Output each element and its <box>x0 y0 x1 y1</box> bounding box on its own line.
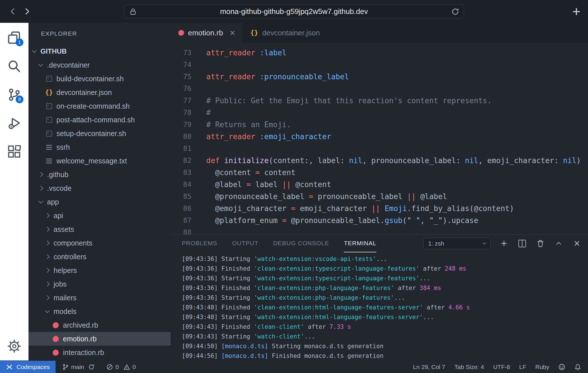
tree-item-post-attach-command-sh[interactable]: post-attach-command.sh <box>28 113 171 127</box>
ruby-file-icon <box>52 349 59 356</box>
tree-item-build-devcontainer-sh[interactable]: build-devcontainer.sh <box>28 72 171 86</box>
terminal-line: [09:43:36] Finished 'clean-extension:php… <box>182 283 588 293</box>
ruby-glyph <box>53 350 59 356</box>
problems-status-button[interactable]: 0 0 <box>103 361 140 373</box>
chevron-right-icon <box>45 282 50 287</box>
tree-item-assets[interactable]: assets <box>28 222 171 236</box>
token <box>255 132 260 141</box>
smiley-icon <box>558 364 565 370</box>
token: @label <box>416 192 447 201</box>
tab-devcontainer-json[interactable]: devcontainer.json <box>243 23 328 43</box>
panel-tab-terminal[interactable]: TERMINAL <box>344 235 376 252</box>
tree-item--devcontainer[interactable]: .devcontainer <box>28 58 171 72</box>
branch-label: main <box>71 364 84 370</box>
tree-item-helpers[interactable]: helpers <box>28 263 171 277</box>
code-line: 87 @platform_enum = @pronounceable_label… <box>171 214 588 226</box>
encoding-label: UTF-8 <box>493 364 510 370</box>
tab-label: devcontainer.json <box>262 29 320 37</box>
tree-item-github[interactable]: GITHUB <box>28 44 171 58</box>
tree-item-on-create-command-sh[interactable]: on-create-command.sh <box>28 99 171 113</box>
tree-item-models[interactable]: models <box>28 305 171 318</box>
back-button[interactable] <box>7 6 19 17</box>
source-control-badge: 8 <box>16 96 23 103</box>
tree-item-welcome-message-txt[interactable]: welcome_message.txt <box>28 154 171 168</box>
code-text <box>191 59 206 71</box>
activity-search-button[interactable] <box>7 59 21 73</box>
chevron-right-icon <box>45 268 50 273</box>
new-tab-button[interactable] <box>572 3 581 19</box>
kill-terminal-button[interactable] <box>536 239 545 248</box>
tree-item-api[interactable]: api <box>28 209 171 222</box>
tree-item-devcontainer-json[interactable]: devcontainer.json <box>28 86 171 99</box>
token: [09:43:43] Starting <box>182 333 254 340</box>
settings-button[interactable] <box>7 339 21 353</box>
explorer-badge: 1 <box>16 38 23 46</box>
terminal-shell-selector[interactable]: 1: zsh <box>423 238 491 249</box>
token: 4.66 s <box>448 304 470 311</box>
feedback-button[interactable] <box>554 361 570 373</box>
maximize-panel-button[interactable] <box>554 239 564 248</box>
tree-item-ssrh[interactable]: ssrh <box>28 140 171 154</box>
notifications-button[interactable] <box>570 361 586 373</box>
code-text: @label = label || @content <box>191 179 331 190</box>
tree-item-label: devcontainer.json <box>56 88 112 97</box>
token: [09:44:50] <box>182 343 221 350</box>
tree-item-label: ssrh <box>56 143 70 151</box>
code-line: 79# Returns an Emoji. <box>171 119 588 131</box>
encoding-button[interactable]: UTF-8 <box>489 361 515 373</box>
tree-item-setup-devcontainer-sh[interactable]: setup-devcontainer.sh <box>28 127 171 140</box>
language-mode-button[interactable]: Ruby <box>531 361 554 373</box>
tree-item-controllers[interactable]: controllers <box>28 250 171 263</box>
extensions-icon <box>8 145 21 158</box>
activity-run-debug-button[interactable] <box>7 116 21 130</box>
editor[interactable]: 73attr_reader :label7475attr_reader :pro… <box>171 43 588 234</box>
token: 384 ms <box>419 285 441 291</box>
indentation-button[interactable]: Tab Size: 4 <box>450 361 489 373</box>
token: nil <box>349 156 362 165</box>
panel-tab-output[interactable]: OUTPUT <box>232 235 258 252</box>
tree-item-components[interactable]: components <box>28 236 171 250</box>
activity-extensions-button[interactable] <box>7 145 21 159</box>
tree-item--vscode[interactable]: .vscode <box>28 181 171 195</box>
token: 'watch-extension:html-language-features-… <box>254 314 423 321</box>
token: 248 ms <box>445 265 466 272</box>
address-bar[interactable]: mona-github-github-g59jpq2w5w7.github.de… <box>124 5 464 18</box>
editor-tabs: emotion.rbdevcontainer.json <box>171 23 588 43</box>
token: = <box>309 192 313 201</box>
bottom-panel: PROBLEMSOUTPUTDEBUG CONSOLETERMINAL 1: z… <box>171 234 588 360</box>
tree-item-jobs[interactable]: jobs <box>28 277 171 291</box>
eol-button[interactable]: LF <box>514 361 531 373</box>
code-line: 86 @emoji_character = emoji_character ||… <box>171 202 588 214</box>
tab-emotion-rb[interactable]: emotion.rb <box>171 23 243 43</box>
tree-item-emotion-rb[interactable]: emotion.rb <box>28 332 171 346</box>
cursor-position-button[interactable]: Ln 29, Col 7 <box>409 361 450 373</box>
token: 'watch-extension:php-language-features' <box>254 294 394 301</box>
token: [09:44:56] <box>182 352 221 359</box>
tree-item-app[interactable]: app <box>28 195 171 209</box>
terminal-output[interactable]: [09:43:36] Starting 'watch-extension:vsc… <box>171 252 588 360</box>
tree-item-archived-rb[interactable]: archived.rb <box>28 318 171 332</box>
branch-status-button[interactable]: main <box>58 361 99 373</box>
refresh-button[interactable] <box>451 8 459 16</box>
tree-item--github[interactable]: .github <box>28 168 171 181</box>
tree-item-interaction-rb[interactable]: interaction.rb <box>28 346 171 359</box>
forward-button[interactable] <box>21 6 32 17</box>
code-line: 77# Public: Get the Emoji that this reac… <box>171 95 588 107</box>
split-terminal-button[interactable] <box>517 239 527 248</box>
sidebar-explorer: EXPLORER GITHUB.devcontainerbuild-devcon… <box>28 23 171 360</box>
tree-item-mailers[interactable]: mailers <box>28 291 171 305</box>
panel-tab-debug-console[interactable]: DEBUG CONSOLE <box>273 235 329 252</box>
panel-tab-problems[interactable]: PROBLEMS <box>182 235 217 252</box>
sync-icon <box>88 364 95 370</box>
lock-icon <box>129 8 137 15</box>
token: = <box>291 204 295 213</box>
errors-count: 0 <box>115 364 119 370</box>
activity-explorer-button[interactable]: 1 <box>7 31 21 44</box>
activity-source-control-button[interactable]: 8 <box>7 88 21 102</box>
token <box>255 72 260 81</box>
new-terminal-button[interactable] <box>499 239 509 248</box>
close-tab-button[interactable] <box>230 28 235 37</box>
codespaces-status-button[interactable]: Codespaces <box>0 361 56 373</box>
close-panel-button[interactable] <box>572 239 582 248</box>
chevron-right-icon <box>45 227 50 232</box>
